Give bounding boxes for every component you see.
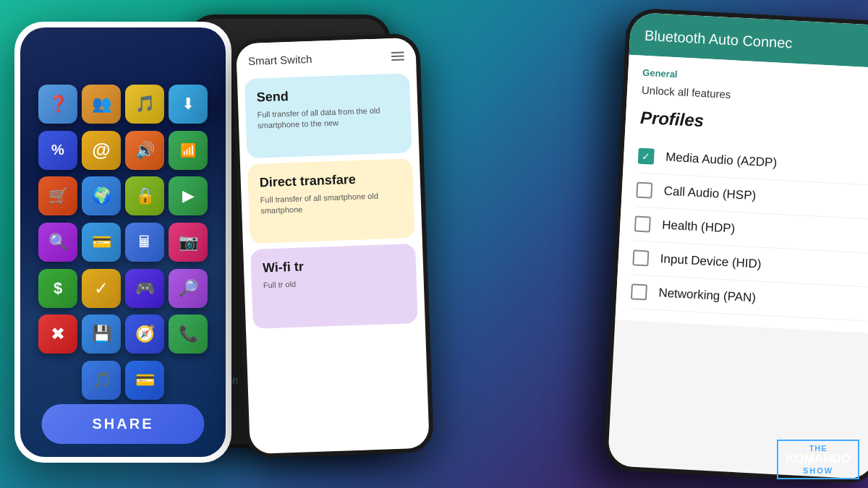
magnify-icon[interactable]: 🔎	[169, 269, 208, 308]
shopping-icon[interactable]: 🛒	[38, 176, 77, 215]
compass-icon[interactable]: 🧭	[125, 314, 164, 354]
profile-checkbox-networking[interactable]	[631, 283, 647, 300]
music-icon[interactable]: 🎵	[125, 85, 164, 124]
watermark: THE KOMANDO SHOW	[777, 440, 859, 479]
bluetooth-content: General Unlock all features Profiles ✓ M…	[615, 55, 868, 334]
profile-checkbox-media-audio[interactable]: ✓	[638, 148, 655, 165]
check-icon[interactable]: ✓	[82, 269, 121, 308]
watermark-show: SHOW	[786, 466, 851, 475]
direct-transfer-desc: Full transfer of all smartphone old smar…	[260, 190, 402, 218]
discount-icon[interactable]: %	[38, 131, 77, 170]
bluetooth-screen: Bluetooth Auto Connec General Unlock all…	[608, 12, 868, 479]
volume-icon[interactable]: 🔊	[125, 131, 164, 170]
profile-checkbox-call-audio[interactable]	[636, 182, 652, 199]
games-icon[interactable]: 🎮	[125, 269, 164, 308]
send-card[interactable]: Send Full transfer of all data from the …	[244, 73, 412, 158]
profile-name-media-audio: Media Audio (A2DP)	[665, 150, 778, 171]
help-icon[interactable]: ❓	[38, 85, 77, 124]
profile-name-input-device: Input Device (HID)	[660, 252, 762, 271]
profile-name-networking: Networking (PAN)	[658, 286, 757, 305]
money-icon[interactable]: $	[38, 269, 77, 308]
send-card-title: Send	[256, 85, 399, 106]
phone-left-screen: ❓ 👥 🎵 ⬇ % @ 🔊 📶 🛒 🌍 🔒 ▶ 🔍 💳 🖩 📷 $ ✓ 🎮 �	[20, 27, 226, 457]
phone-left: ❓ 👥 🎵 ⬇ % @ 🔊 📶 🛒 🌍 🔒 ▶ 🔍 💳 🖩 📷 $ ✓ 🎮 �	[14, 22, 231, 463]
download-icon[interactable]: ⬇	[169, 85, 208, 124]
wifi-transfer-title: Wi-fi tr	[263, 256, 405, 276]
lock-icon[interactable]: 🔒	[125, 176, 164, 215]
close-app-icon[interactable]: ✖	[38, 314, 77, 354]
hamburger-menu-icon[interactable]	[391, 51, 404, 61]
app-icons-container: ❓ 👥 🎵 ⬇ % @ 🔊 📶 🛒 🌍 🔒 ▶ 🔍 💳 🖩 📷 $ ✓ 🎮 �	[29, 76, 217, 408]
search-app-icon[interactable]: 🔍	[38, 223, 77, 262]
direct-transfer-card[interactable]: Direct transfare Full transfer of all sm…	[247, 158, 415, 244]
calculator-icon[interactable]: 🖩	[125, 223, 164, 262]
card-icon[interactable]: 💳	[82, 223, 121, 262]
profile-checkbox-input-device[interactable]	[632, 249, 649, 266]
profile-name-health: Health (HDP)	[662, 218, 736, 236]
phone-call-icon[interactable]: 📞	[169, 314, 208, 354]
music2-icon[interactable]: 🎵	[82, 361, 121, 400]
profiles-title: Profiles	[639, 108, 868, 140]
save-icon[interactable]: 💾	[82, 314, 121, 354]
contacts-icon[interactable]: 👥	[82, 85, 121, 124]
rss-icon[interactable]: 📶	[169, 131, 208, 170]
wallet-icon[interactable]: 💳	[125, 361, 164, 400]
wifi-transfer-desc: Full tr old	[263, 275, 405, 291]
smart-switch-header: Smart Switch	[236, 38, 416, 74]
smart-switch-title: Smart Switch	[248, 53, 312, 67]
play-icon[interactable]: ▶	[169, 176, 208, 215]
profile-checkbox-health[interactable]	[634, 215, 651, 232]
share-button[interactable]: SHARE	[41, 404, 204, 444]
bluetooth-title: Bluetooth Auto Connec	[644, 27, 868, 56]
phone-middle: Smart Switch Send Full transfer of all d…	[231, 33, 434, 459]
email-icon[interactable]: @	[82, 131, 121, 170]
wifi-transfer-card[interactable]: Wi-fi tr Full tr old	[250, 244, 418, 329]
phone-right: Bluetooth Auto Connec General Unlock all…	[603, 7, 868, 484]
send-card-desc: Full transfer of all data from the old s…	[257, 105, 399, 132]
camera-icon[interactable]: 📷	[169, 223, 208, 262]
smart-switch-screen: Smart Switch Send Full transfer of all d…	[236, 38, 430, 454]
browser-icon[interactable]: 🌍	[82, 176, 121, 215]
profile-name-call-audio: Call Audio (HSP)	[663, 184, 756, 204]
watermark-komando: KOMANDO	[786, 453, 851, 466]
direct-transfer-title: Direct transfare	[260, 171, 402, 191]
